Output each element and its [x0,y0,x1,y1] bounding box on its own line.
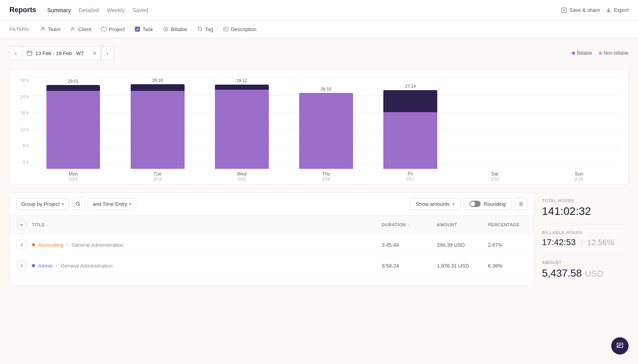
day-date-label: 2/13 [69,177,77,181]
chart-day-column: 29:12Wed2/15 [200,78,283,181]
time-entry-button[interactable]: and Time Entry ▾ [88,198,136,210]
svg-rect-9 [27,51,32,55]
sub-project-2: General Administration [61,263,113,269]
svg-rect-5 [135,27,140,31]
billable-hours-pct: 12.56% [587,238,614,247]
chart-day-column: Sat2/18 [453,78,536,181]
search-icon [76,201,81,207]
rounding-toggle-switch[interactable] [470,201,481,207]
day-name-label: Sun [575,171,583,177]
save-share-button[interactable]: Save & share [561,7,600,13]
day-name-label: Fri [408,171,413,177]
billable-hours-value: 17:42:53 [542,237,576,248]
time-entry-chevron: ▾ [129,202,131,206]
billable-hours-label: BILLABLE HOURS [542,231,629,235]
bar-total-label: 27:14 [405,84,416,89]
duration-sort-icon[interactable]: ↕ [407,223,410,227]
group-by-chevron: ▾ [62,202,64,206]
header: Reports Summary Detailed Weekly Saved Sa… [0,0,638,20]
project-dot-2 [32,264,35,267]
chart-legend: Billable Non-billable [572,50,629,56]
table-panel: Group by Project ▾ and Time Entry ▾ Show… [9,192,534,286]
row-count-2[interactable]: 8 [16,260,27,271]
bottom-panel: Group by Project ▾ and Time Entry ▾ Show… [9,192,629,286]
filters-label: FILTERS: [9,27,30,31]
day-date-label: 2/15 [238,177,246,181]
day-date-label: 2/18 [490,177,499,181]
nav-saved[interactable]: Saved [133,6,148,15]
amount-currency: USD [585,269,603,279]
day-name-label: Thu [322,171,330,177]
show-amounts-chevron: ▾ [453,202,455,206]
bar-nonbillable-segment [131,84,185,91]
filter-project[interactable]: Project [98,24,128,34]
amount-card: AMOUNT 5,437.58 USD [542,254,629,286]
date-nav-left: ‹ 13 Feb - 19 Feb · W7 ✕ › [9,46,114,60]
day-date-label: 2/19 [575,177,583,181]
calendar-icon [27,50,32,56]
bar-nonbillable-segment [383,90,437,112]
group-by-button[interactable]: Group by Project ▾ [16,198,69,210]
filter-billable[interactable]: Billable [159,24,190,34]
filter-tag[interactable]: Tag [194,24,216,34]
title-sort-icon[interactable]: ↕ [46,223,49,227]
day-name-label: Tue [153,171,161,177]
svg-point-11 [520,203,522,205]
bar-total-label: 26:15 [321,87,332,91]
client-icon [70,26,76,32]
chart-day-column: 29:01Mon2/13 [32,78,115,181]
filter-description[interactable]: Description [220,24,260,34]
filter-team[interactable]: Team [37,24,64,34]
total-hours-card: TOTAL HOURS 141:02:32 [542,192,629,224]
project-icon [101,26,107,32]
rounding-button[interactable]: Rounding [464,198,512,210]
nav-weekly[interactable]: Weekly [107,6,125,15]
bar[interactable] [299,93,353,169]
show-amounts-button[interactable]: Show amounts ▾ [410,198,460,210]
total-hours-label: TOTAL HOURS [542,199,629,203]
y-label-30: 30 h [18,78,29,83]
bar-billable-segment [46,91,100,169]
y-label-24: 24 h [18,94,29,99]
description-icon [223,26,229,32]
amount-2: 1,976.31 USD [437,263,488,269]
table-header: TITLE ↕ DURATION ↕ AMOUNT PERCENTAGE [10,215,534,235]
billable-icon [163,26,169,32]
export-button[interactable]: Export [606,7,629,13]
bar[interactable] [46,85,100,169]
project-dot-1 [32,243,35,246]
chart-day-column: 26:15Thu2/16 [285,78,367,181]
clear-date-button[interactable]: ✕ [89,46,101,60]
date-range-picker[interactable]: 13 Feb - 19 Feb · W7 [22,46,89,60]
date-navigation: ‹ 13 Feb - 19 Feb · W7 ✕ › Billable Non-… [9,46,629,60]
filter-client[interactable]: Client [67,24,94,34]
row-count-1[interactable]: 4 [16,239,27,250]
bar[interactable] [383,90,437,169]
main-content: ‹ 13 Feb - 19 Feb · W7 ✕ › Billable Non-… [0,38,638,294]
bar-total-label: 29:18 [152,78,163,83]
search-button[interactable] [72,198,85,210]
bar[interactable] [131,84,185,169]
filters-bar: FILTERS: Team Client Project Task Billab… [0,20,638,38]
svg-point-3 [72,27,74,29]
nav-summary[interactable]: Summary [47,6,71,15]
duration-1: 3:45:49 [382,242,437,248]
project-link-2[interactable]: Admin [38,263,53,269]
filter-task[interactable]: Task [131,24,156,34]
sub-project-1: General Administration [72,242,124,248]
export-icon [606,7,611,13]
app-title: Reports [9,6,36,14]
prev-week-button[interactable]: ‹ [9,46,22,60]
nav-detailed[interactable]: Detailed [79,6,99,15]
task-icon [134,26,141,32]
svg-point-7 [198,28,199,29]
next-week-button[interactable]: › [101,46,114,60]
settings-button[interactable] [515,198,527,210]
bar[interactable] [215,85,269,169]
expand-all-button[interactable] [16,219,27,230]
day-name-label: Sat [491,171,498,177]
project-link-1[interactable]: Accounting [38,242,63,248]
y-label-12: 12 h [18,127,29,132]
weekly-chart: 30 h 24 h 18 h 12 h 6 h 0 h [9,70,629,185]
day-date-label: 2/17 [406,177,414,181]
